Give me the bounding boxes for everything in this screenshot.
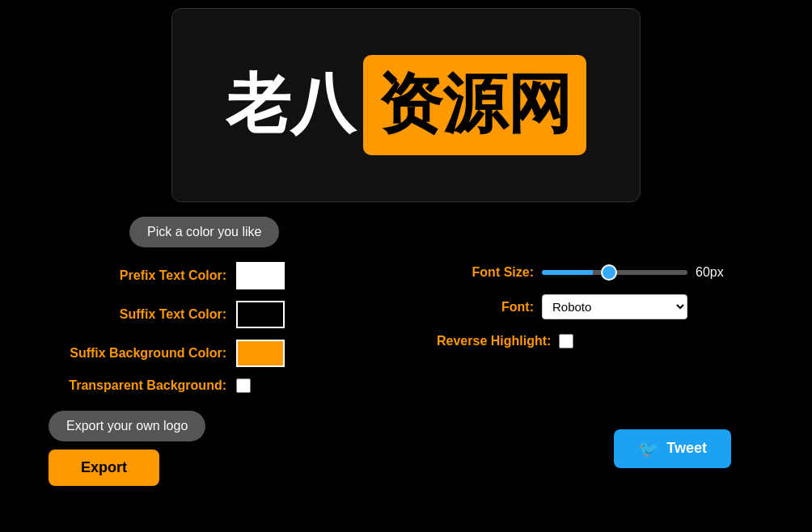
export-section: Export your own logo Export 🐦 Tweet	[0, 411, 812, 486]
transparent-bg-row: Transparent Background:	[49, 378, 372, 393]
reverse-highlight-row: Reverse Highlight:	[437, 334, 731, 348]
suffix-bg-color-row: Suffix Background Color:	[49, 340, 372, 367]
reverse-highlight-checkbox[interactable]	[559, 334, 573, 348]
suffix-bg-color-swatch[interactable]	[236, 340, 285, 367]
prefix-color-swatch[interactable]	[236, 262, 285, 289]
suffix-color-label: Suffix Text Color:	[49, 307, 226, 322]
prefix-color-label: Prefix Text Color:	[49, 268, 226, 283]
suffix-color-row: Suffix Text Color:	[49, 301, 372, 328]
controls-area: Pick a color you like Prefix Text Color:…	[0, 217, 812, 393]
reverse-highlight-label: Reverse Highlight:	[437, 334, 551, 348]
suffix-bg-color-label: Suffix Background Color:	[49, 346, 226, 361]
logo-preview: 老八 资源网	[171, 8, 641, 202]
twitter-icon: 🐦	[638, 439, 658, 458]
suffix-color-swatch[interactable]	[236, 301, 285, 328]
right-column: Font Size: 60px Font: Roboto Arial Helve…	[437, 262, 763, 348]
transparent-bg-checkbox[interactable]	[236, 378, 251, 393]
font-size-value: 60px	[696, 265, 731, 280]
logo-inner: 老八 资源网	[226, 55, 586, 155]
pick-color-button[interactable]: Pick a color you like	[129, 217, 279, 247]
font-size-row: Font Size: 60px	[437, 265, 731, 280]
prefix-color-row: Prefix Text Color:	[49, 262, 372, 289]
font-size-slider[interactable]	[542, 270, 687, 275]
font-row: Font: Roboto Arial Helvetica Times New R…	[437, 294, 731, 319]
logo-suffix-box: 资源网	[363, 55, 586, 155]
left-column: Prefix Text Color: Suffix Text Color: Su…	[49, 262, 372, 393]
font-select[interactable]: Roboto Arial Helvetica Times New Roman G…	[542, 294, 687, 319]
two-column-layout: Prefix Text Color: Suffix Text Color: Su…	[49, 262, 763, 393]
page-wrapper: 老八 资源网 Pick a color you like Prefix Text…	[0, 0, 812, 532]
font-size-label: Font Size:	[437, 265, 534, 280]
font-label: Font:	[437, 300, 534, 315]
tweet-button[interactable]: 🐦 Tweet	[614, 429, 731, 468]
export-button[interactable]: Export	[49, 450, 159, 486]
tweet-label: Tweet	[666, 440, 707, 457]
logo-suffix-text: 资源网	[378, 61, 572, 149]
export-left: Export your own logo Export	[49, 411, 205, 486]
logo-prefix-text: 老八	[226, 61, 355, 149]
transparent-bg-label: Transparent Background:	[49, 378, 226, 393]
export-label-button[interactable]: Export your own logo	[49, 411, 205, 441]
